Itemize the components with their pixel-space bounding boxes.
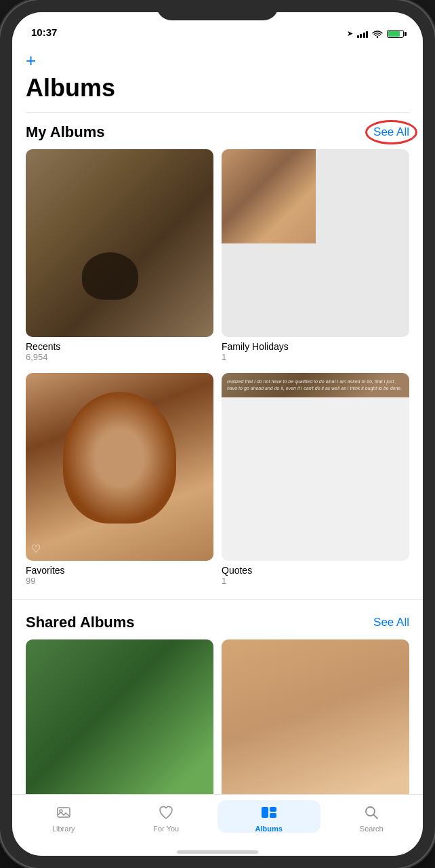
status-icons: ➤ [347, 29, 405, 38]
album-family-holidays-count: 1 [222, 352, 409, 362]
shared-albums-header: Shared Albums See All [12, 614, 423, 639]
album-family-holidays[interactable]: Family Holidays 1 [222, 149, 409, 362]
album-recents-name: Recents [26, 341, 213, 352]
phone-screen: 10:37 ➤ + Albums [12, 12, 423, 856]
album-family-holidays-name: Family Holidays [222, 341, 409, 352]
shared-album-2-thumb [222, 639, 409, 794]
main-content[interactable]: + Albums My Albums See All Recents 6,954 [12, 42, 423, 794]
shared-albums-section: Shared Albums See All [12, 611, 423, 794]
heart-badge: ♡ [31, 542, 41, 555]
album-favorites[interactable]: ♡ Favorites 99 [26, 373, 213, 586]
home-indicator [12, 850, 423, 856]
svg-line-6 [374, 815, 378, 819]
family-thumb-1 [222, 149, 316, 243]
for-you-label: For You [153, 825, 179, 833]
albums-label: Albums [255, 825, 283, 833]
svg-rect-3 [270, 807, 276, 812]
shared-album-2[interactable] [222, 639, 409, 794]
svg-rect-2 [262, 807, 268, 818]
tab-search[interactable]: Search [320, 800, 423, 833]
svg-rect-4 [270, 813, 276, 818]
my-albums-title: My Albums [26, 123, 105, 141]
section-divider [26, 112, 409, 113]
tab-library[interactable]: Library [12, 800, 115, 833]
shared-divider [12, 599, 423, 600]
wifi-icon [372, 30, 383, 38]
search-label: Search [360, 825, 384, 833]
for-you-icon [157, 803, 175, 822]
signal-bars [357, 30, 369, 38]
quotes-text: realized that I do not have to be qualif… [227, 378, 404, 392]
notch [157, 0, 278, 20]
album-family-holidays-thumb [222, 149, 409, 337]
family-thumb-2 [316, 149, 410, 243]
album-recents[interactable]: Recents 6,954 [26, 149, 213, 362]
garden-photo [26, 639, 213, 794]
album-recents-thumb [26, 149, 213, 337]
my-albums-header: My Albums See All [12, 123, 423, 149]
album-favorites-count: 99 [26, 576, 213, 586]
shared-album-1-thumb [26, 639, 213, 794]
add-button[interactable]: + [26, 50, 409, 71]
library-label: Library [52, 825, 75, 833]
albums-row-2: ♡ Favorites 99 realized that I do not ha… [12, 373, 423, 597]
home-indicator-bar [177, 850, 258, 854]
library-icon [54, 803, 73, 822]
album-favorites-thumb: ♡ [26, 373, 213, 561]
family-thumb-4 [316, 243, 410, 338]
shared-album-1[interactable] [26, 639, 213, 794]
page-title: Albums [26, 74, 409, 102]
album-quotes-count: 1 [222, 576, 409, 586]
family-thumb-grid [222, 149, 409, 337]
albums-row-1: Recents 6,954 Family Holidays 1 [12, 149, 423, 373]
family-thumb-3 [222, 243, 316, 338]
my-albums-see-all[interactable]: See All [373, 125, 409, 139]
status-time: 10:37 [31, 26, 57, 38]
shared-albums-title: Shared Albums [26, 614, 135, 631]
battery-fill [388, 31, 400, 37]
search-icon [362, 803, 381, 822]
phone-frame: 10:37 ➤ + Albums [0, 0, 435, 868]
shared-albums-see-all[interactable]: See All [373, 616, 409, 629]
album-favorites-name: Favorites [26, 565, 213, 576]
tab-for-you[interactable]: For You [115, 800, 218, 833]
album-quotes-thumb: realized that I do not have to be qualif… [222, 373, 409, 561]
girl2-photo [222, 639, 409, 794]
albums-icon [260, 803, 278, 822]
tab-albums[interactable]: Albums [218, 800, 320, 833]
location-icon: ➤ [347, 29, 353, 38]
tab-bar: Library For You Albums [12, 794, 423, 850]
header-area: + Albums [12, 42, 423, 113]
album-quotes[interactable]: realized that I do not have to be qualif… [222, 373, 409, 586]
album-quotes-name: Quotes [222, 565, 409, 576]
album-recents-count: 6,954 [26, 352, 213, 362]
shared-thumbs-row [12, 639, 423, 794]
battery-icon [387, 30, 404, 38]
